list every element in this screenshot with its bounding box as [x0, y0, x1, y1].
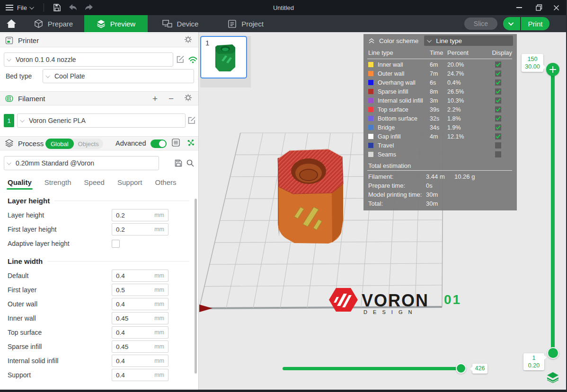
- legend-display-checkbox[interactable]: [495, 61, 501, 68]
- print-options-chevron-button[interactable]: [503, 17, 520, 30]
- minimize-button[interactable]: [510, 0, 528, 15]
- save-preset-button[interactable]: [174, 159, 183, 169]
- advanced-toggle[interactable]: [151, 139, 167, 148]
- param-unit: mm: [154, 357, 164, 364]
- tab-preview[interactable]: Preview: [84, 15, 148, 32]
- process-scope-toggle[interactable]: Global Objects: [45, 139, 103, 149]
- legend-row-time: 6s: [430, 79, 447, 86]
- param-input[interactable]: 0.45 mm: [112, 312, 168, 324]
- filament-edit-button[interactable]: [187, 116, 196, 127]
- remove-filament-button[interactable]: −: [168, 94, 174, 103]
- tab-device[interactable]: Device: [148, 15, 213, 32]
- param-label: Inner wall: [8, 314, 112, 322]
- layer-view-icon[interactable]: [547, 372, 559, 383]
- process-tab-support[interactable]: Support: [117, 178, 142, 186]
- param-input[interactable]: 0.4 mm: [112, 369, 168, 381]
- parameter-list-button[interactable]: [171, 138, 180, 148]
- tab-project[interactable]: Project: [213, 15, 278, 32]
- printer-settings-button[interactable]: [184, 35, 192, 45]
- chevron-down-icon: [508, 20, 514, 26]
- legend-display-checkbox[interactable]: [495, 124, 501, 131]
- legend-row: Internal solid infill 3m 10.3%: [363, 96, 517, 105]
- legend-display-checkbox[interactable]: [495, 106, 501, 113]
- undo-button[interactable]: [65, 0, 81, 15]
- legend-display-checkbox[interactable]: [495, 97, 501, 104]
- printer-connection-button[interactable]: [188, 56, 198, 66]
- param-value: 0.5: [116, 287, 154, 294]
- legend-display-checkbox[interactable]: [495, 88, 501, 95]
- print-button[interactable]: Print: [521, 17, 549, 30]
- legend-display-checkbox[interactable]: [495, 133, 501, 139]
- param-checkbox[interactable]: [112, 240, 120, 248]
- printer-preset-select[interactable]: Voron 0.1 0.4 nozzle: [4, 52, 173, 67]
- param-input[interactable]: 0.5 mm: [112, 284, 168, 296]
- filament-settings-button[interactable]: [184, 94, 192, 103]
- process-tab-strength[interactable]: Strength: [44, 178, 71, 186]
- chevron-down-icon: [7, 160, 11, 165]
- tab-prepare[interactable]: Prepare: [23, 15, 84, 32]
- param-row: Layer height 0.2 mm: [0, 208, 192, 222]
- home-button[interactable]: [0, 15, 23, 32]
- minimize-icon: [516, 7, 522, 8]
- param-row: First layer height 0.2 mm: [0, 222, 192, 236]
- scope-global[interactable]: Global: [45, 139, 74, 149]
- filament-slot-badge[interactable]: 1: [4, 114, 14, 127]
- plate-id-text: 01: [444, 292, 461, 307]
- search-preset-button[interactable]: [186, 159, 195, 169]
- layer-slider-handle[interactable]: [547, 347, 559, 359]
- legend-display-checkbox[interactable]: [495, 70, 501, 77]
- param-label: Outer wall: [8, 300, 112, 308]
- filament-preset-select[interactable]: Voron Generic PLA: [17, 113, 186, 128]
- close-button[interactable]: [547, 0, 565, 15]
- add-filament-button[interactable]: +: [152, 94, 158, 103]
- legend-display-checkbox[interactable]: [495, 115, 501, 122]
- sliced-model[interactable]: [278, 149, 343, 244]
- param-input[interactable]: 0.4 mm: [112, 270, 168, 282]
- layer-slider-plus-button[interactable]: [546, 63, 559, 76]
- file-menu-button[interactable]: File: [0, 0, 39, 15]
- move-slider-handle[interactable]: [456, 363, 466, 374]
- process-tab-quality[interactable]: Quality: [8, 178, 32, 186]
- legend-display-checkbox[interactable]: [495, 79, 501, 86]
- tab-label: Prepare: [48, 20, 73, 28]
- viewport-3d[interactable]: VORON D E S I G N 01 1: [199, 32, 566, 390]
- color-scheme-value: Line type: [436, 37, 462, 44]
- plate-thumbnail[interactable]: 1: [200, 36, 247, 78]
- process-tune-button[interactable]: [186, 139, 195, 148]
- legend-display-checkbox[interactable]: [495, 151, 501, 157]
- sidebar-scrollbar[interactable]: [195, 199, 197, 374]
- check-icon: [495, 115, 501, 122]
- process-preset-select[interactable]: 0.20mm Standard @Voron: [4, 156, 159, 170]
- process-tab-others[interactable]: Others: [155, 178, 177, 186]
- param-label: Layer height: [8, 211, 112, 219]
- chevron-down-icon: [45, 73, 50, 78]
- layer-slider-track[interactable]: [551, 71, 555, 353]
- param-input[interactable]: 0.2 mm: [112, 209, 168, 221]
- legend-row: Seams: [363, 150, 517, 159]
- process-tab-speed[interactable]: Speed: [84, 178, 105, 186]
- total-row-value1: 3.44 m: [426, 173, 454, 180]
- param-input[interactable]: 0.2 mm: [112, 223, 168, 235]
- param-input[interactable]: 0.4 mm: [112, 355, 168, 367]
- save-button[interactable]: [49, 0, 65, 15]
- legend-row-percent: 2.2%: [447, 106, 461, 113]
- redo-button[interactable]: [81, 0, 97, 15]
- bed-type-select[interactable]: Cool Plate: [43, 69, 194, 83]
- slice-button[interactable]: Slice: [464, 17, 497, 30]
- param-input[interactable]: 0.4 mm: [112, 298, 168, 310]
- maximize-button[interactable]: [530, 0, 548, 15]
- title-bar: File Untitled: [0, 0, 567, 15]
- hamburger-icon: [6, 5, 13, 10]
- legend-row-time: 3m: [430, 97, 447, 104]
- move-slider-track[interactable]: [283, 367, 466, 370]
- collapse-icon[interactable]: [368, 38, 375, 44]
- param-unit: mm: [154, 226, 164, 233]
- legend-color-swatch: [368, 125, 373, 130]
- color-scheme-select[interactable]: Line type: [424, 35, 513, 46]
- param-input[interactable]: 0.45 mm: [112, 340, 168, 353]
- param-input[interactable]: 0.4 mm: [112, 326, 168, 339]
- scope-objects[interactable]: Objects: [74, 140, 103, 148]
- check-icon: [495, 97, 501, 104]
- printer-edit-button[interactable]: [176, 55, 185, 66]
- legend-display-checkbox[interactable]: [495, 142, 501, 148]
